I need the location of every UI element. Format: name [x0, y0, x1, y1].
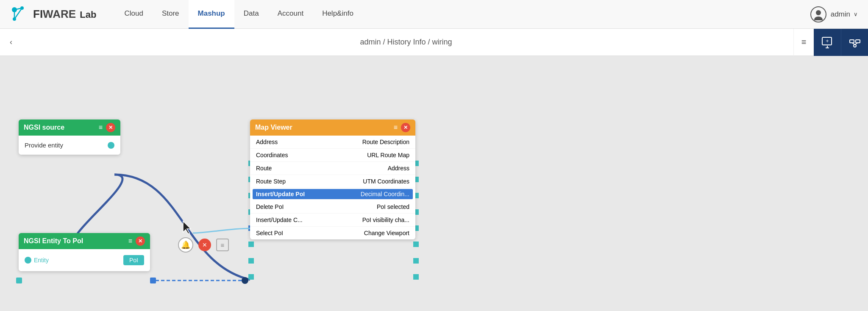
map-viewer-actions: ≡ ✕	[394, 123, 410, 132]
svg-rect-25	[248, 242, 254, 247]
diagram-button[interactable]	[841, 29, 868, 56]
svg-point-14	[854, 44, 856, 47]
svg-rect-34	[413, 258, 419, 264]
cursor-icon	[181, 220, 194, 237]
ngsi-source-actions: ≡ ✕	[99, 123, 115, 132]
map-row-right-3: UTM Coordinates	[363, 178, 409, 185]
map-row-left-label-1: Coordinates	[256, 152, 288, 158]
svg-rect-27	[248, 274, 254, 280]
map-row-right-label-5: PoI selected	[377, 203, 409, 210]
ngsi-source-card: NGSI source ≡ ✕ Provide entity	[19, 119, 120, 155]
map-row-left-label-6: Insert/Update C...	[256, 217, 303, 223]
diagram-icon	[849, 36, 861, 48]
map-row-left-1: Coordinates	[256, 152, 288, 158]
map-viewer-menu-icon[interactable]: ≡	[394, 124, 398, 131]
map-row-left-4: Insert/Update PoI	[256, 191, 305, 197]
user-menu[interactable]: admin ∨	[810, 6, 858, 22]
svg-text:+: +	[826, 38, 829, 44]
ngsi-poi-title: NGSI Entity To PoI	[24, 237, 83, 245]
ngsi-source-port-label: Provide entity	[25, 142, 63, 149]
wiring-canvas: ✕ NGSI source ≡ ✕ Provide entity NGSI En…	[0, 56, 868, 311]
nav-store[interactable]: Store	[153, 0, 189, 29]
logo: FIWARE Lab	[10, 5, 96, 24]
ngsi-poi-menu-icon[interactable]: ≡	[128, 237, 132, 245]
ngsi-poi-actions: ≡ ✕	[128, 236, 145, 246]
map-row-left-2: Route	[256, 165, 272, 172]
ngsi-poi-body: Entity PoI	[19, 249, 150, 271]
ngsi-source-output-port[interactable]	[108, 142, 114, 149]
svg-rect-33	[413, 242, 419, 247]
nav-account[interactable]: Account	[268, 0, 313, 29]
navbar: FIWARE Lab Cloud Store Mashup Data Accou…	[0, 0, 868, 29]
map-viewer-header: Map Viewer ≡ ✕	[250, 119, 415, 136]
toolbar-buttons: +	[814, 29, 868, 56]
ngsi-source-menu-icon[interactable]: ≡	[99, 124, 103, 131]
ngsi-poi-card: NGSI Entity To PoI ≡ ✕ Entity PoI	[19, 233, 150, 271]
ngsi-poi-port-row: Entity PoI	[25, 253, 144, 267]
nav-helpinfo[interactable]: Help&info	[313, 0, 363, 29]
map-viewer-body: Address Route Description Coordinates UR…	[250, 136, 415, 239]
map-row-right-label-0: Route Description	[362, 139, 409, 145]
ngsi-poi-input-port[interactable]	[25, 257, 31, 264]
fiware-logo-icon	[10, 5, 30, 24]
svg-rect-35	[413, 274, 419, 280]
svg-rect-13	[856, 40, 860, 43]
avatar-icon	[812, 8, 824, 20]
ghost-menu-button[interactable]: ≡	[216, 239, 229, 251]
svg-rect-12	[850, 40, 854, 43]
nav-data[interactable]: Data	[234, 0, 268, 29]
back-button[interactable]: ‹	[3, 29, 19, 56]
map-row-left-label-3: Route Step	[256, 178, 286, 185]
ngsi-poi-close-button[interactable]: ✕	[136, 236, 145, 246]
svg-rect-19	[16, 278, 22, 283]
svg-rect-26	[248, 258, 254, 264]
connections-svg: ✕	[0, 56, 868, 311]
nav-mashup[interactable]: Mashup	[189, 0, 234, 29]
map-viewer-close-button[interactable]: ✕	[401, 123, 410, 132]
user-avatar-icon	[810, 6, 826, 22]
map-row-right-0: Route Description	[362, 139, 409, 145]
map-row-right-4: Decimal Coordin...	[361, 191, 409, 197]
map-viewer-row-4: Insert/Update PoI Decimal Coordin...	[253, 189, 413, 200]
logo-text: FIWARE Lab	[33, 8, 96, 21]
map-row-left-label-5: Delete PoI	[256, 203, 284, 210]
map-viewer-row-6: Insert/Update C... PoI visibility cha...	[250, 214, 415, 227]
map-row-right-6: PoI visibility cha...	[362, 217, 409, 223]
ngsi-source-port-row: Provide entity	[25, 140, 114, 150]
map-viewer-row-7: Select PoI Change Viewport	[250, 227, 415, 239]
map-row-left-6: Insert/Update C...	[256, 217, 303, 223]
map-viewer-title: Map Viewer	[255, 124, 292, 131]
svg-point-7	[814, 17, 823, 20]
svg-point-6	[816, 10, 821, 15]
add-widget-button[interactable]: +	[814, 29, 841, 56]
map-viewer-row-0: Address Route Description	[250, 136, 415, 149]
map-row-left-label-0: Address	[256, 139, 278, 145]
ngsi-source-close-button[interactable]: ✕	[106, 123, 115, 132]
map-row-left-5: Delete PoI	[256, 203, 284, 210]
ghost-close-button[interactable]: ✕	[198, 239, 211, 251]
map-row-left-label-2: Route	[256, 165, 272, 172]
ngsi-source-header: NGSI source ≡ ✕	[19, 119, 120, 136]
map-viewer-row-3: Route Step UTM Coordinates	[250, 175, 415, 188]
map-row-right-label-6: PoI visibility cha...	[362, 217, 409, 223]
ghost-widget: 🔔 ✕ ≡	[178, 237, 229, 253]
map-row-right-1: URL Route Map	[367, 152, 409, 158]
map-row-right-5: PoI selected	[377, 203, 409, 210]
ngsi-source-title: NGSI source	[24, 124, 64, 131]
map-row-right-label-7: Change Viewport	[364, 230, 409, 236]
nav-menu: Cloud Store Mashup Data Account Help&inf…	[115, 0, 362, 29]
ngsi-poi-header: NGSI Entity To PoI ≡ ✕	[19, 233, 150, 249]
map-row-right-label-2: Address	[388, 165, 409, 172]
ngsi-poi-output-port[interactable]: PoI	[123, 255, 144, 265]
map-viewer-row-5: Delete PoI PoI selected	[250, 200, 415, 214]
breadcrumb-menu-button[interactable]: ≡	[793, 29, 814, 56]
breadcrumb-path: admin / History Info / wiring	[19, 38, 793, 47]
map-row-right-label-4: Decimal Coordin...	[361, 191, 409, 197]
svg-rect-38	[150, 278, 156, 283]
user-label[interactable]: admin ∨	[831, 10, 858, 19]
map-row-left-label-7: Select PoI	[256, 230, 283, 236]
map-row-left-0: Address	[256, 139, 278, 145]
map-row-left-3: Route Step	[256, 178, 286, 185]
map-row-left-7: Select PoI	[256, 230, 283, 236]
nav-cloud[interactable]: Cloud	[115, 0, 152, 29]
